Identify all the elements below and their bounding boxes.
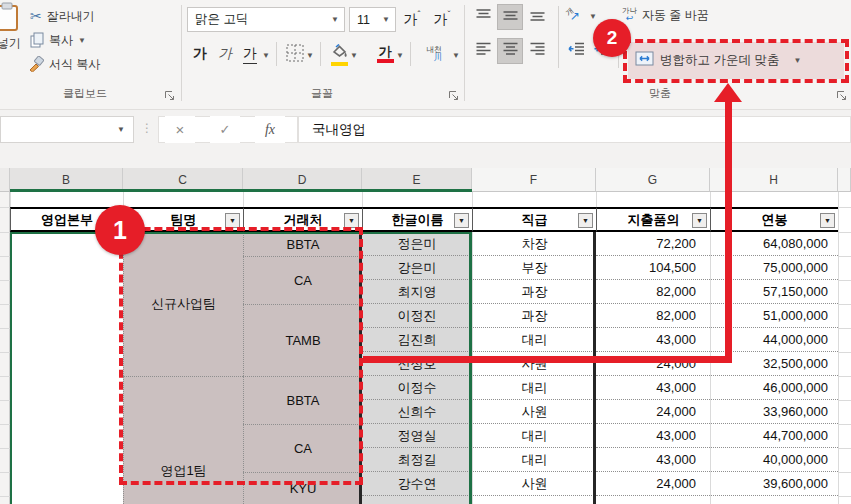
font-dialog-launcher[interactable] xyxy=(448,88,460,100)
table-header-거래처[interactable]: 거래처▼ xyxy=(243,207,362,232)
underline-button[interactable]: 가 xyxy=(238,41,262,67)
merge-center-button[interactable]: 병합하고 가운데 맞춤 ▼ xyxy=(628,42,844,79)
column-header-F[interactable]: F xyxy=(472,168,596,192)
wrap-text-button[interactable]: 가나 ↩ 자동 줄 바꿈 xyxy=(622,4,709,26)
cell-salary-row9[interactable]: 44,700,000 xyxy=(711,424,838,448)
cell-salary-row10[interactable]: 40,000,000 xyxy=(711,448,838,472)
cell-expense-row4[interactable]: 82,000 xyxy=(596,304,710,328)
copy-button[interactable]: 복사 ▼ xyxy=(30,29,86,51)
increase-font-button[interactable]: 가ˆ xyxy=(400,7,424,33)
cell-name-row11[interactable]: 강수연 xyxy=(362,472,472,496)
italic-button[interactable]: 가 xyxy=(213,41,237,67)
cell-rank-row9[interactable]: 대리 xyxy=(473,424,596,448)
align-bottom-button[interactable] xyxy=(524,4,550,30)
cell-client-CA[interactable]: CA xyxy=(243,256,362,304)
font-color-dropdown-icon[interactable]: ▼ xyxy=(396,51,404,60)
align-center-button[interactable] xyxy=(497,38,523,64)
alignment-dialog-launcher[interactable] xyxy=(836,88,848,100)
paste-button[interactable]: 넣기 xyxy=(0,32,21,54)
font-size-combobox[interactable]: 11 ▼ xyxy=(349,7,396,32)
filter-button[interactable]: ▼ xyxy=(105,213,120,228)
cell-rank-row11[interactable]: 사원 xyxy=(473,472,596,496)
filter-button[interactable]: ▼ xyxy=(820,213,835,228)
column-header-H[interactable]: H xyxy=(710,168,838,192)
filter-button[interactable]: ▼ xyxy=(344,213,359,228)
cell-salary-row2[interactable]: 75,000,000 xyxy=(711,256,838,280)
cell-rank-row5[interactable]: 대리 xyxy=(473,328,596,352)
cell-expense-row3[interactable]: 82,000 xyxy=(596,280,710,304)
table-header-직급[interactable]: 직급▼ xyxy=(472,207,596,232)
cell-salary-row5[interactable]: 44,000,000 xyxy=(711,328,838,352)
name-box[interactable]: ▼ xyxy=(0,116,134,143)
format-painter-button[interactable]: 서식 복사 xyxy=(28,53,100,75)
align-left-button[interactable] xyxy=(470,38,496,64)
bold-button[interactable]: 가 xyxy=(188,41,212,67)
cell-name-row10[interactable]: 최정길 xyxy=(362,448,472,472)
filter-button[interactable]: ▼ xyxy=(578,213,593,228)
borders-dropdown-icon[interactable]: ▼ xyxy=(306,51,314,60)
phonetic-button[interactable]: 내천 川 xyxy=(418,41,450,67)
table-header-지출품의[interactable]: 지출품의▼ xyxy=(596,207,710,232)
cell-expense-row8[interactable]: 24,000 xyxy=(596,400,710,424)
cell-rank-row2[interactable]: 부장 xyxy=(473,256,596,280)
fill-color-button[interactable] xyxy=(326,41,352,67)
formula-bar-grip[interactable]: ⋮ xyxy=(141,121,153,135)
align-top-button[interactable] xyxy=(470,4,496,30)
cell-expense-row7[interactable]: 43,000 xyxy=(596,376,710,400)
table-header-영업본부[interactable]: 영업본부▼ xyxy=(10,207,123,232)
cell-rank-row12[interactable] xyxy=(473,496,596,504)
cell-salary-row8[interactable]: 33,960,000 xyxy=(711,400,838,424)
cell-salary-row3[interactable]: 57,150,000 xyxy=(711,280,838,304)
cell-expense-row5[interactable]: 43,000 xyxy=(596,328,710,352)
phonetic-dropdown-icon[interactable]: ▼ xyxy=(452,51,460,60)
cell-rank-row3[interactable]: 과장 xyxy=(473,280,596,304)
table-header-팀명[interactable]: 팀명▼ xyxy=(123,207,243,232)
cell-client-BBTA[interactable]: BBTA xyxy=(243,376,362,424)
borders-button[interactable] xyxy=(282,42,308,68)
filter-button[interactable]: ▼ xyxy=(692,213,707,228)
insert-function-button[interactable]: fx xyxy=(255,116,285,143)
cell-name-row3[interactable]: 최지영 xyxy=(362,280,472,304)
cancel-button[interactable]: × xyxy=(165,116,195,143)
column-header-partial[interactable] xyxy=(838,168,851,192)
increase-indent-button[interactable] xyxy=(590,38,614,64)
cell-expense-row6[interactable]: 24,000 xyxy=(596,352,710,376)
cell-name-row5[interactable]: 김진희 xyxy=(362,328,472,352)
decrease-indent-button[interactable] xyxy=(564,38,588,64)
cell-name-row9[interactable]: 정영실 xyxy=(362,424,472,448)
filter-button[interactable]: ▼ xyxy=(225,213,240,228)
cell-expense-row10[interactable]: 43,000 xyxy=(596,448,710,472)
cell-division[interactable] xyxy=(10,232,123,504)
formula-input[interactable]: 국내영업 xyxy=(298,116,851,143)
cell-team-신규사업팀[interactable]: 신규사업팀 xyxy=(123,232,243,376)
cell-name-row7[interactable]: 이정수 xyxy=(362,376,472,400)
cell-client-TAMB[interactable]: TAMB xyxy=(243,304,362,376)
cell-expense-row9[interactable]: 43,000 xyxy=(596,424,710,448)
font-color-button[interactable]: 가 xyxy=(372,41,398,67)
cell-name-row1[interactable]: 정은미 xyxy=(362,232,472,256)
column-header-G[interactable]: G xyxy=(596,168,710,192)
cell-name-row6[interactable]: 신상호 xyxy=(362,352,472,376)
cell-salary-row4[interactable]: 51,000,000 xyxy=(711,304,838,328)
cell-team-영업1팀[interactable]: 영업1팀 xyxy=(123,376,243,504)
enter-button[interactable]: ✓ xyxy=(210,116,240,143)
cell-rank-row10[interactable]: 대리 xyxy=(473,448,596,472)
filter-button[interactable]: ▼ xyxy=(454,213,469,228)
table-header-연봉[interactable]: 연봉▼ xyxy=(710,207,838,232)
clipboard-dialog-launcher[interactable] xyxy=(164,88,176,100)
cell-salary-row6[interactable]: 32,500,000 xyxy=(711,352,838,376)
cell-salary-row12[interactable] xyxy=(711,496,838,504)
cell-salary-row11[interactable]: 39,600,000 xyxy=(711,472,838,496)
orientation-button[interactable]: 개 ↗ ▼ xyxy=(566,5,597,27)
cell-name-row8[interactable]: 신희수 xyxy=(362,400,472,424)
table-header-한글이름[interactable]: 한글이름▼ xyxy=(362,207,472,232)
cell-salary-row1[interactable]: 64,080,000 xyxy=(711,232,838,256)
align-middle-button[interactable] xyxy=(497,4,523,30)
decrease-font-button[interactable]: 가ˇ xyxy=(430,7,454,33)
cell-name-row2[interactable]: 강은미 xyxy=(362,256,472,280)
cell-client-KYU[interactable]: KYU xyxy=(243,472,362,504)
underline-dropdown-icon[interactable]: ▼ xyxy=(262,51,270,60)
font-name-combobox[interactable]: 맑은 고딕 ▼ xyxy=(187,7,345,32)
cell-name-row12[interactable] xyxy=(362,496,472,504)
align-right-button[interactable] xyxy=(524,38,550,64)
